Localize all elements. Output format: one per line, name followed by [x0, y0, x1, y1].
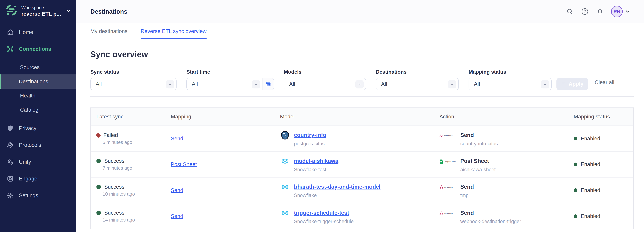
models-select[interactable]: All [284, 78, 366, 90]
sidebar: Workspace reverse ETL p... Home [0, 0, 76, 232]
select-value: All [474, 81, 480, 87]
workspace-label: Workspace [21, 5, 62, 11]
snowflake-icon: ❄ [280, 208, 290, 218]
mapping-status-cell: Enabled [574, 161, 634, 167]
success-status-icon [96, 211, 101, 215]
table-row: Success 7 minutes ago Post Sheet ❄ model… [90, 152, 633, 177]
mapping-status-label: Enabled [581, 187, 600, 193]
sync-time: 10 minutes ago [102, 191, 171, 197]
notifications-bell-icon[interactable] [596, 7, 604, 16]
table-row: Success 14 minutes ago Send ❄ trigger-sc… [90, 203, 633, 229]
help-icon[interactable] [581, 7, 589, 16]
success-status-icon [96, 185, 101, 189]
action-cell: webhooks Send tmp [440, 182, 574, 198]
mapping-status-label: Enabled [581, 213, 600, 219]
sidebar-item-home[interactable]: Home [0, 24, 76, 41]
model-source-label: Snowflake-trigger-schedule [294, 219, 354, 224]
enabled-dot [574, 188, 578, 192]
select-value: All [96, 81, 102, 87]
sidebar-item-label: Privacy [19, 125, 36, 131]
sync-status-select[interactable]: All [90, 78, 176, 90]
chevron-down-icon [252, 80, 260, 88]
model-source-label: Snowflake [294, 193, 380, 198]
sidebar-item-catalog[interactable]: Catalog [0, 103, 76, 117]
select-value: All [192, 81, 198, 87]
tab-reverse-etl-sync-overview[interactable]: Reverse ETL sync overview [140, 23, 206, 39]
action-cell: Google Sheets Post Sheet aishikawa-sheet [440, 156, 574, 172]
mapping-link[interactable]: Post Sheet [171, 161, 197, 167]
model-link[interactable]: trigger-schedule-test [294, 210, 349, 216]
apply-button[interactable]: Apply [556, 78, 588, 90]
sidebar-item-label: Unify [19, 159, 31, 165]
unify-icon [6, 158, 14, 166]
mapping-cell: Send [171, 136, 280, 142]
sidebar-item-settings[interactable]: Settings [0, 187, 76, 204]
enabled-dot [574, 215, 578, 218]
workspace-name: reverse ETL p... [21, 11, 62, 17]
sidebar-item-health[interactable]: Health [0, 89, 76, 103]
search-icon[interactable] [566, 7, 574, 16]
content: Sync overview Sync status All Start time… [76, 39, 644, 232]
model-cell: country-info postgres-citus [280, 131, 440, 146]
shield-icon [6, 125, 14, 132]
sidebar-item-protocols[interactable]: Protocols [0, 137, 76, 153]
gear-icon [6, 192, 14, 199]
latest-sync-cell: Success 10 minutes ago [96, 184, 171, 197]
action-destination-label: tmp [460, 193, 474, 198]
model-source-label: postgres-citus [294, 141, 326, 146]
sidebar-item-sources[interactable]: Sources [0, 60, 76, 74]
sync-time: 5 minutes ago [102, 140, 171, 145]
model-source-label: Snowflake-test [294, 167, 338, 172]
filter-label-destinations: Destinations [376, 69, 459, 75]
enabled-dot [574, 163, 578, 166]
tab-my-destinations[interactable]: My destinations [90, 23, 128, 39]
column-header-mapping: Mapping [171, 114, 280, 120]
destinations-select[interactable]: All [376, 78, 459, 90]
model-link[interactable]: bharath-test-day-and-time-model [294, 184, 380, 190]
model-link[interactable]: model-aishikawa [294, 158, 338, 164]
mapping-status-label: Enabled [581, 161, 600, 167]
mapping-status-cell: Enabled [574, 213, 634, 219]
success-status-icon [96, 159, 101, 163]
start-time-select[interactable]: All [186, 78, 274, 90]
mapping-cell: Post Sheet [171, 161, 280, 167]
select-value: All [381, 81, 387, 87]
sidebar-item-privacy[interactable]: Privacy [0, 120, 76, 137]
clear-all-link[interactable]: Clear all [595, 78, 614, 90]
table-row: Failed 5 minutes ago Send country-info p… [90, 126, 633, 152]
latest-sync-cell: Success 14 minutes ago [96, 210, 171, 223]
sidebar-item-engage[interactable]: Engage [0, 170, 76, 187]
sidebar-item-label: Connections [19, 46, 51, 52]
topbar: Destinations [76, 0, 644, 23]
sidebar-item-destinations[interactable]: Destinations [0, 74, 76, 89]
user-menu-chevron-down-icon [625, 8, 630, 15]
avatar[interactable]: RN [611, 6, 622, 17]
table-row: Success 10 minutes ago Send ❄ bharath-te… [90, 178, 633, 203]
apply-button-label: Apply [568, 81, 583, 87]
model-link[interactable]: country-info [294, 132, 326, 138]
tab-bar: My destinations Reverse ETL sync overvie… [76, 23, 644, 39]
filter-label-mapping-status: Mapping status [468, 69, 552, 75]
rudderstack-logo [5, 4, 18, 18]
column-header-latest-sync: Latest sync [96, 114, 171, 120]
user-menu[interactable]: RN [611, 6, 630, 17]
failed-status-icon [96, 133, 101, 138]
mapping-status-cell: Enabled [574, 187, 634, 193]
sidebar-item-connections[interactable]: Connections [0, 41, 76, 57]
sidebar-item-label: Settings [19, 192, 38, 199]
sidebar-item-label: Destinations [19, 78, 48, 85]
main-area: Destinations [76, 0, 644, 232]
model-cell: ❄ model-aishikawa Snowflake-test [280, 156, 440, 172]
filter-label-models: Models [284, 69, 366, 75]
sidebar-item-unify[interactable]: Unify [0, 153, 76, 170]
mapping-status-select[interactable]: All [468, 78, 552, 90]
sync-status-label: Success [104, 184, 124, 190]
mapping-link[interactable]: Send [171, 136, 183, 141]
mapping-status-label: Enabled [581, 136, 600, 142]
app-window: Workspace reverse ETL p... Home [0, 0, 644, 232]
mapping-link[interactable]: Send [171, 187, 183, 193]
workspace-selector[interactable]: Workspace reverse ETL p... [0, 0, 76, 21]
mapping-link[interactable]: Send [171, 213, 183, 219]
calendar-icon[interactable] [262, 78, 274, 90]
action-name: Send [460, 131, 498, 140]
